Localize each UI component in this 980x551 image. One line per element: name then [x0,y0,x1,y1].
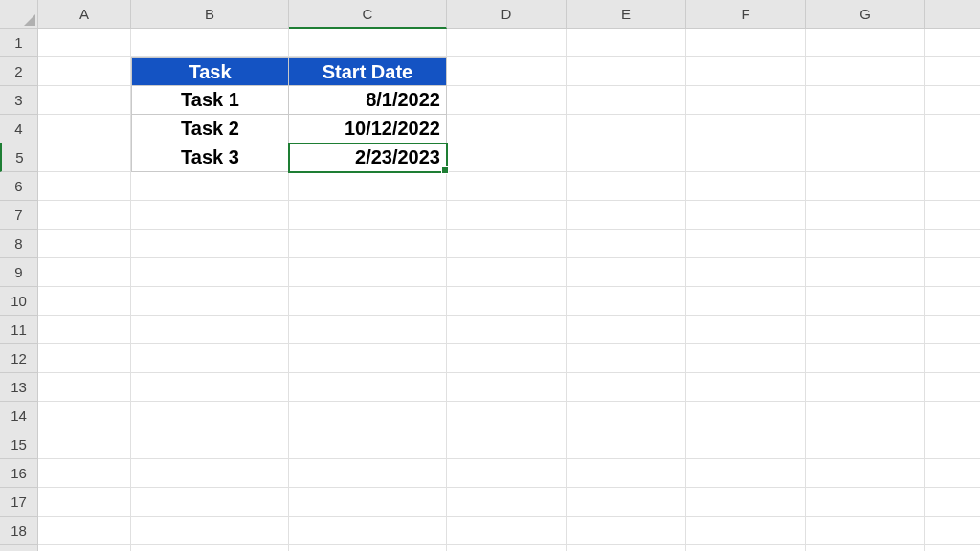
col-header-F[interactable]: F [686,0,806,29]
cell-G4[interactable] [806,115,925,143]
cell-H11[interactable] [925,316,980,344]
cell-D3[interactable] [447,86,567,115]
cell-A7[interactable] [38,201,131,230]
cell-A10[interactable] [38,287,131,316]
cell-E4[interactable] [567,115,686,143]
cell-H1[interactable] [925,29,980,57]
cell-B15[interactable] [131,430,289,459]
cell-E2[interactable] [567,57,686,86]
cell-H10[interactable] [925,287,980,316]
cell-A4[interactable] [38,115,131,143]
cell-F10[interactable] [686,287,806,316]
cell-C10[interactable] [289,287,447,316]
cell-B8[interactable] [131,230,289,258]
cell-D6[interactable] [447,172,567,201]
cell-E11[interactable] [567,316,686,344]
cell-D7[interactable] [447,201,567,230]
cell-B13[interactable] [131,373,289,402]
cell-F7[interactable] [686,201,806,230]
cell-D14[interactable] [447,402,567,430]
cell-G11[interactable] [806,316,925,344]
cell-A13[interactable] [38,373,131,402]
cell-D16[interactable] [447,459,567,488]
cell-F15[interactable] [686,430,806,459]
cell-C8[interactable] [289,230,447,258]
cell-C18[interactable] [289,517,447,545]
cell-E9[interactable] [567,258,686,287]
cell-G14[interactable] [806,402,925,430]
active-cell[interactable]: 2/23/2023 [289,143,447,172]
cell-A3[interactable] [38,86,131,115]
cell-F12[interactable] [686,344,806,373]
row-header-2[interactable]: 2 [0,57,38,86]
cell-H5[interactable] [925,143,980,172]
table-row[interactable]: 8/1/2022 [289,86,447,115]
cell-F6[interactable] [686,172,806,201]
cell-E7[interactable] [567,201,686,230]
cell-A6[interactable] [38,172,131,201]
table-row[interactable]: 10/12/2022 [289,115,447,143]
row-header-9[interactable]: 9 [0,258,38,287]
cell-F17[interactable] [686,488,806,517]
cell-E8[interactable] [567,230,686,258]
cell-H18[interactable] [925,517,980,545]
cell-E18[interactable] [567,517,686,545]
cell-F2[interactable] [686,57,806,86]
cell-B12[interactable] [131,344,289,373]
cell-C7[interactable] [289,201,447,230]
cell-F9[interactable] [686,258,806,287]
cell-B11[interactable] [131,316,289,344]
col-header-H[interactable]: H [925,0,980,29]
cell-G2[interactable] [806,57,925,86]
cell-H7[interactable] [925,201,980,230]
col-header-B[interactable]: B [131,0,289,29]
cell-F4[interactable] [686,115,806,143]
row-header-8[interactable]: 8 [0,230,38,258]
cell-H16[interactable] [925,459,980,488]
cell-A11[interactable] [38,316,131,344]
cell-B6[interactable] [131,172,289,201]
cell-E16[interactable] [567,459,686,488]
cell-E19[interactable] [567,545,686,551]
row-header-15[interactable]: 15 [0,430,38,459]
cell-H19[interactable] [925,545,980,551]
cell-G1[interactable] [806,29,925,57]
cell-C12[interactable] [289,344,447,373]
cell-C17[interactable] [289,488,447,517]
col-header-A[interactable]: A [38,0,131,29]
cell-H2[interactable] [925,57,980,86]
row-header-10[interactable]: 10 [0,287,38,316]
cell-A12[interactable] [38,344,131,373]
cell-D17[interactable] [447,488,567,517]
cell-E14[interactable] [567,402,686,430]
row-header-14[interactable]: 14 [0,402,38,430]
cell-A15[interactable] [38,430,131,459]
cell-C16[interactable] [289,459,447,488]
cell-G7[interactable] [806,201,925,230]
col-header-E[interactable]: E [567,0,686,29]
cell-G19[interactable] [806,545,925,551]
cell-A19[interactable] [38,545,131,551]
cell-A1[interactable] [38,29,131,57]
cell-B9[interactable] [131,258,289,287]
cell-F14[interactable] [686,402,806,430]
cell-G9[interactable] [806,258,925,287]
cell-D2[interactable] [447,57,567,86]
select-all-corner[interactable] [0,0,38,29]
table-header-start-date[interactable]: Start Date [289,57,447,86]
cell-E10[interactable] [567,287,686,316]
cell-H14[interactable] [925,402,980,430]
cell-G8[interactable] [806,230,925,258]
cell-F13[interactable] [686,373,806,402]
cell-H4[interactable] [925,115,980,143]
cell-A2[interactable] [38,57,131,86]
cell-D15[interactable] [447,430,567,459]
cell-D1[interactable] [447,29,567,57]
cell-G13[interactable] [806,373,925,402]
cell-E5[interactable] [567,143,686,172]
row-header-11[interactable]: 11 [0,316,38,344]
cell-C19[interactable] [289,545,447,551]
cell-C11[interactable] [289,316,447,344]
cell-G6[interactable] [806,172,925,201]
cell-D10[interactable] [447,287,567,316]
